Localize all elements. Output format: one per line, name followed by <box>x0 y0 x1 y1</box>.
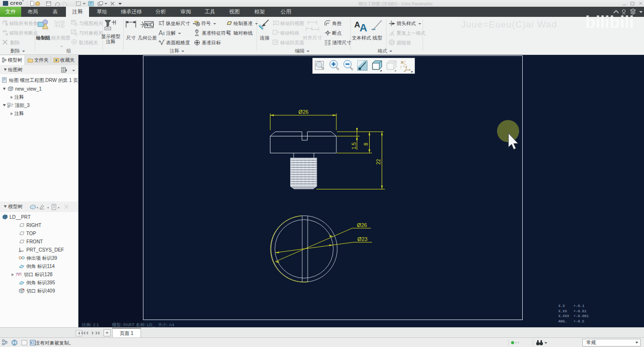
svg-text:A: A <box>391 31 394 36</box>
svg-text:A: A <box>360 22 367 32</box>
svg-text:Ø23: Ø23 <box>358 236 368 242</box>
svg-text:Ø26: Ø26 <box>298 109 309 115</box>
svg-text:8: 8 <box>363 143 369 146</box>
svg-text:Ø26: Ø26 <box>357 222 367 228</box>
svg-text:22: 22 <box>375 159 381 165</box>
svg-text:1.5: 1.5 <box>351 142 357 149</box>
